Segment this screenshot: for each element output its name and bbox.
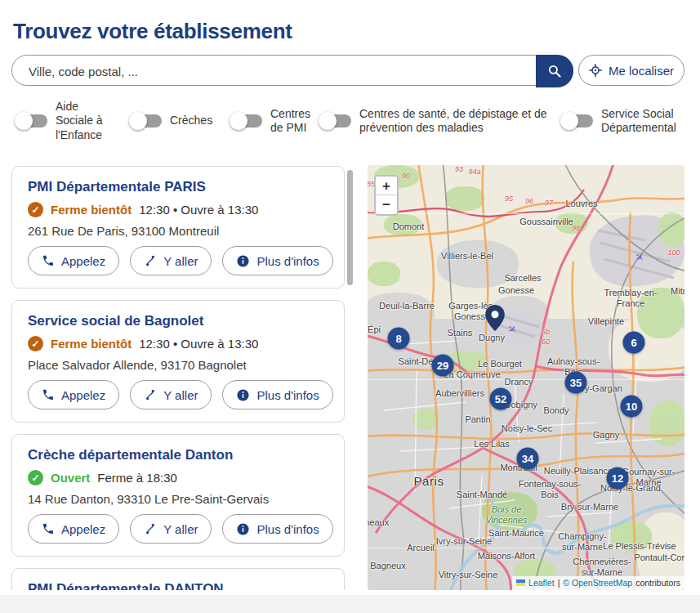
button-label: Y aller	[163, 388, 198, 402]
filter-toggle-5[interactable]	[562, 114, 593, 128]
phone-icon	[42, 388, 55, 401]
call-button[interactable]: Appelez	[28, 380, 119, 409]
hours-text: 12:30 • Ouvre à 13:30	[139, 337, 258, 351]
map-label: Gournay-sur- Marne	[622, 467, 675, 487]
hours-text: Ferme à 18:30	[97, 471, 177, 485]
map-label: Neuilly-Plaisance	[544, 466, 613, 477]
cluster-marker[interactable]: 34	[517, 448, 539, 470]
info-button[interactable]: Plus d'infos	[222, 514, 332, 544]
footer-band	[0, 595, 700, 613]
map-label: Arcueil	[407, 543, 435, 553]
call-button[interactable]: Appelez	[28, 514, 119, 544]
filter-toggle-2[interactable]	[131, 114, 162, 128]
map-label: Fontenay-sous- Bois	[519, 479, 581, 499]
filter-item: Centres de santé, de dépistage et de pré…	[320, 107, 562, 136]
map-label: Gagny	[593, 430, 619, 441]
cluster-marker[interactable]: 6	[623, 332, 645, 354]
route-icon	[144, 254, 157, 267]
map-label: Vitry-sur-Seine	[439, 570, 498, 580]
road-number-label: 100	[667, 248, 680, 257]
establishment-address: Place Salvador Allende, 93170 Bagnolet	[28, 358, 328, 372]
map-zoom-control: + −	[374, 175, 399, 216]
status-icon: ✓	[28, 470, 43, 485]
map-label: Paris	[413, 474, 444, 488]
map-label: Ivry-sur-Seine	[436, 536, 492, 547]
attribution-suffix: contributors	[635, 578, 680, 588]
map-label: Saint-Mandé	[457, 490, 507, 500]
flag-icon	[516, 579, 525, 586]
selected-pin-icon[interactable]	[484, 304, 506, 335]
call-button[interactable]: Appelez	[28, 246, 119, 275]
map-label: Sarcelles	[504, 273, 541, 284]
map-label: Goussainville	[519, 217, 573, 227]
search-button[interactable]	[536, 55, 573, 87]
road-number-label: 93	[455, 165, 463, 173]
locate-button[interactable]: Me localiser	[578, 55, 684, 86]
filter-toggle-1[interactable]	[16, 114, 47, 128]
filter-toggle-3[interactable]	[231, 114, 262, 128]
map[interactable]: DomontLouvresGoussainvilleVilliers-le-Be…	[368, 165, 684, 590]
info-icon	[236, 522, 250, 536]
cluster-marker[interactable]: 35	[565, 372, 587, 394]
list-scrollbar[interactable]	[347, 170, 353, 285]
zoom-in-button[interactable]: +	[376, 177, 397, 195]
status-row: ✓Ferme bientôt12:30 • Ouvre à 13:30	[28, 202, 328, 217]
cluster-marker[interactable]: 10	[621, 396, 643, 418]
filter-toggle-4[interactable]	[320, 114, 351, 128]
filter-item: Centres de PMI	[231, 107, 320, 136]
go-button[interactable]: Y aller	[130, 380, 212, 409]
info-button[interactable]: Plus d'infos	[222, 246, 332, 275]
route-icon	[144, 522, 157, 535]
search-bar	[11, 55, 573, 86]
cluster-marker[interactable]: 52	[490, 388, 512, 410]
establishment-name[interactable]: PMI Départementale PARIS	[28, 179, 328, 195]
map-label: Saint-Maurice	[488, 528, 544, 539]
establishment-card: Service social de Bagnolet✓Ferme bientôt…	[11, 300, 345, 423]
button-label: Appelez	[61, 254, 105, 268]
search-input[interactable]	[27, 56, 512, 86]
status-text: Ferme bientôt	[51, 337, 132, 351]
cluster-marker[interactable]: 29	[432, 355, 454, 377]
map-label: Champigny- sur-Marne	[558, 531, 606, 552]
status-icon: ✓	[28, 336, 43, 351]
road-number-label: 96	[525, 197, 533, 205]
establishment-address: 14 Rue Danton, 93310 Le Pre-Saint-Gervai…	[28, 492, 328, 506]
locate-icon	[589, 64, 602, 77]
map-label: ineaux	[368, 517, 389, 528]
establishment-name[interactable]: PMI Départementale DANTON	[28, 581, 328, 590]
button-label: Appelez	[61, 522, 105, 536]
osm-link[interactable]: © OpenStreetMap	[563, 578, 632, 588]
road-number-label: 6b	[542, 328, 550, 336]
page-title: Trouvez votre établissement	[13, 19, 292, 44]
establishment-name[interactable]: Service social de Bagnolet	[28, 313, 328, 329]
info-icon	[236, 254, 250, 268]
map-label: Deuil-la-Barre	[379, 301, 435, 311]
cluster-marker[interactable]: 12	[607, 468, 629, 490]
leaflet-link[interactable]: Leaflet	[528, 578, 555, 588]
go-button[interactable]: Y aller	[130, 514, 212, 544]
map-label: Louvres	[565, 199, 597, 209]
filter-item: Crèches	[131, 114, 231, 128]
filter-label: Crèches	[170, 114, 212, 128]
map-label: Stains	[448, 328, 473, 338]
info-button[interactable]: Plus d'infos	[222, 380, 332, 409]
establishment-card: PMI Départementale DANTON	[11, 568, 345, 590]
status-text: Ouvert	[51, 471, 90, 485]
card-actions: AppelezY allerPlus d'infos	[28, 380, 328, 409]
phone-icon	[42, 254, 55, 267]
map-label: Gonesse	[498, 285, 534, 296]
filter-label: Service Social Départemental	[601, 107, 684, 136]
cluster-marker[interactable]: 8	[388, 328, 410, 350]
zoom-out-button[interactable]: −	[376, 195, 397, 214]
establishment-card: PMI Départementale PARIS✓Ferme bientôt12…	[11, 166, 345, 289]
button-label: Y aller	[163, 254, 198, 268]
map-label: Pontault-Com	[634, 553, 684, 563]
establishment-name[interactable]: Crèche départementale Danton	[28, 447, 328, 463]
go-button[interactable]: Y aller	[130, 246, 212, 275]
route-icon	[144, 388, 157, 401]
attribution: Leaflet | © OpenStreetMap contributors	[512, 576, 684, 590]
filter-label: Centres de santé, de dépistage et de pré…	[359, 107, 557, 136]
map-label: Les Lilas	[474, 439, 509, 450]
status-text: Ferme bientôt	[51, 203, 132, 217]
road-number-label: 60	[542, 338, 550, 346]
